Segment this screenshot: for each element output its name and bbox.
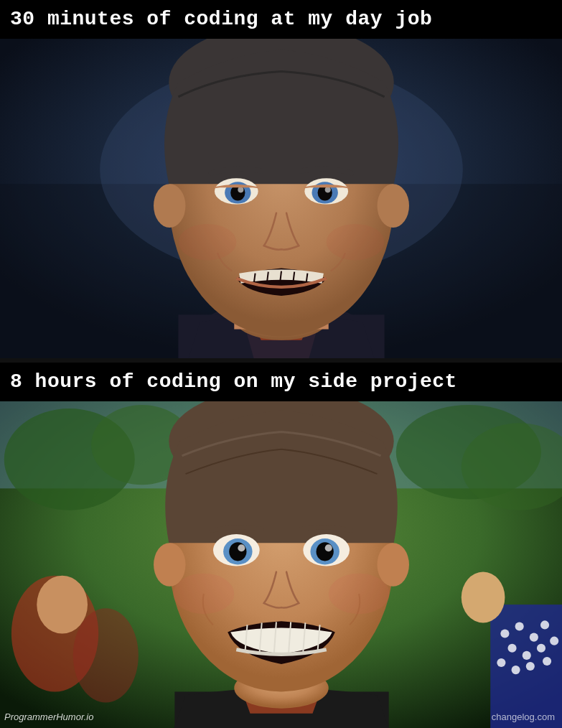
svg-point-47: [543, 657, 551, 666]
changelog-watermark: changelog.com: [492, 711, 555, 722]
svg-point-33: [73, 608, 139, 702]
svg-point-37: [515, 622, 524, 630]
bottom-image-svg: [0, 401, 562, 728]
svg-point-39: [540, 620, 549, 629]
bottom-image-area: changelog.com ProgrammerHumor.io: [0, 401, 562, 728]
svg-point-56: [229, 542, 246, 561]
svg-point-70: [154, 543, 185, 587]
bottom-caption-bar: 8 hours of coding on my side project: [0, 363, 562, 401]
svg-point-25: [378, 184, 410, 228]
svg-point-22: [178, 223, 236, 260]
svg-point-41: [523, 651, 531, 660]
svg-point-57: [238, 544, 245, 551]
svg-point-48: [462, 572, 505, 623]
top-caption-text: 30 minutes of coding at my day job: [10, 8, 432, 30]
svg-point-12: [238, 187, 243, 192]
svg-point-24: [154, 184, 186, 228]
bottom-caption-text: 8 hours of coding on my side project: [10, 370, 457, 393]
svg-point-42: [537, 644, 545, 653]
divider: [0, 358, 562, 363]
svg-point-46: [526, 662, 535, 671]
svg-point-45: [512, 666, 520, 674]
top-panel: 30 minutes of coding at my day job: [0, 0, 562, 358]
svg-point-36: [500, 629, 509, 638]
svg-point-71: [377, 543, 408, 587]
svg-point-43: [550, 637, 558, 645]
top-image-area: [0, 39, 562, 358]
svg-point-44: [497, 658, 505, 667]
svg-point-38: [530, 633, 538, 642]
programmerhumor-watermark: ProgrammerHumor.io: [4, 711, 94, 722]
svg-point-60: [317, 542, 334, 561]
top-caption-bar: 30 minutes of coding at my day job: [0, 0, 562, 39]
bottom-panel: 8 hours of coding on my side project: [0, 363, 562, 728]
svg-point-61: [325, 544, 332, 551]
svg-point-34: [37, 576, 88, 634]
svg-point-23: [327, 223, 385, 260]
svg-point-16: [325, 187, 331, 192]
svg-point-40: [507, 644, 516, 653]
meme-container: 30 minutes of coding at my day job: [0, 0, 562, 728]
top-image-svg: [0, 39, 562, 358]
